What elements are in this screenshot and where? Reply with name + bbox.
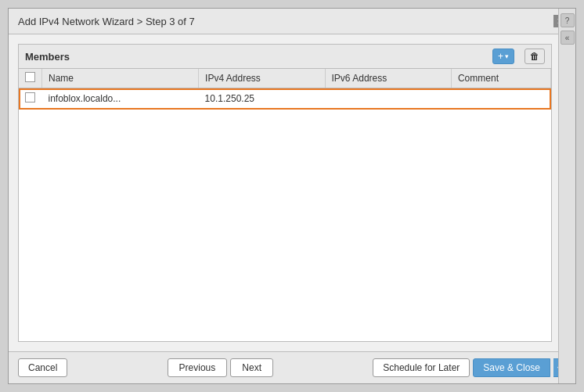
footer-center: Previous Next — [168, 358, 273, 377]
header-ipv6: IPv6 Address — [325, 69, 451, 88]
table-header: Name IPv4 Address IPv6 Address Comment — [19, 69, 551, 88]
save-close-button[interactable]: Save & Close — [473, 358, 550, 377]
header-ipv4: IPv4 Address — [199, 69, 325, 88]
header-comment: Comment — [451, 69, 550, 88]
row-checkbox-cell — [19, 88, 42, 110]
cancel-button[interactable]: Cancel — [18, 358, 67, 377]
schedule-button[interactable]: Schedule for Later — [373, 358, 470, 377]
footer-bar: Cancel Previous Next Schedule for Later … — [9, 351, 575, 383]
previous-button[interactable]: Previous — [168, 358, 228, 377]
row-checkbox[interactable] — [25, 92, 35, 102]
header-checkbox-cell — [19, 69, 42, 88]
members-header: Members + ▾ 🗑 — [19, 45, 551, 69]
collapse-button[interactable]: « — [561, 31, 575, 45]
members-table: Name IPv4 Address IPv6 Address Comment i… — [19, 69, 551, 110]
footer-right: Schedule for Later Save & Close ▾ — [373, 358, 566, 377]
row-name: infoblox.localdo... — [42, 88, 199, 110]
row-ipv4: 10.1.250.25 — [199, 88, 325, 110]
add-member-button[interactable]: + ▾ — [492, 49, 514, 64]
footer-left: Cancel — [18, 358, 67, 377]
add-icon: + — [498, 51, 503, 62]
content-area: Members + ▾ 🗑 — [9, 34, 575, 351]
members-panel: Members + ▾ 🗑 — [18, 44, 552, 342]
members-table-wrapper: Name IPv4 Address IPv6 Address Comment i… — [19, 69, 551, 341]
add-arrow-icon: ▾ — [505, 52, 509, 60]
delete-icon: 🗑 — [530, 51, 539, 62]
table-row[interactable]: infoblox.localdo... 10.1.250.25 — [19, 88, 551, 110]
members-actions: + ▾ 🗑 — [492, 49, 545, 64]
wizard-dialog: Add IPv4 Network Wizard > Step 3 of 7 ✕ … — [8, 8, 576, 384]
delete-member-button[interactable]: 🗑 — [525, 49, 545, 64]
row-comment — [451, 88, 550, 110]
header-checkbox[interactable] — [25, 72, 35, 82]
header-name: Name — [42, 69, 199, 88]
title-bar: Add IPv4 Network Wizard > Step 3 of 7 ✕ — [9, 9, 575, 34]
side-panel: ? « — [558, 9, 575, 383]
help-button[interactable]: ? — [561, 13, 575, 27]
dialog-title: Add IPv4 Network Wizard > Step 3 of 7 — [18, 16, 195, 27]
table-body: infoblox.localdo... 10.1.250.25 — [19, 88, 551, 110]
members-title: Members — [25, 51, 70, 63]
header-row: Name IPv4 Address IPv6 Address Comment — [19, 69, 551, 88]
row-ipv6 — [325, 88, 451, 110]
next-button[interactable]: Next — [230, 358, 273, 377]
